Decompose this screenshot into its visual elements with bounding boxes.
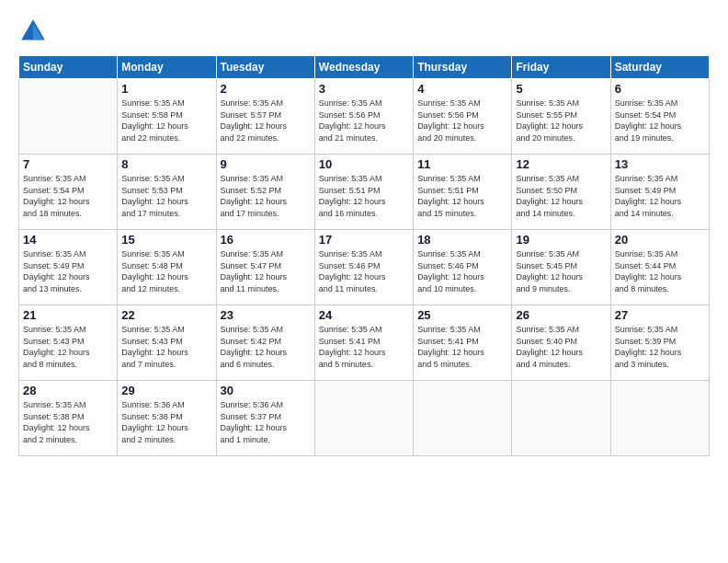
day-info: Sunrise: 5:36 AM Sunset: 5:37 PM Dayligh… [221,399,311,445]
day-number: 2 [221,82,311,96]
calendar-header-row: SundayMondayTuesdayWednesdayThursdayFrid… [19,56,710,79]
day-info: Sunrise: 5:35 AM Sunset: 5:54 PM Dayligh… [23,173,113,219]
day-info: Sunrise: 5:35 AM Sunset: 5:43 PM Dayligh… [121,324,211,370]
week-row-4: 28Sunrise: 5:35 AM Sunset: 5:38 PM Dayli… [19,381,710,456]
day-number: 11 [417,157,507,171]
col-header-wednesday: Wednesday [314,56,413,79]
calendar-cell [314,381,413,456]
calendar-cell: 26Sunrise: 5:35 AM Sunset: 5:40 PM Dayli… [512,305,610,381]
calendar-cell: 21Sunrise: 5:35 AM Sunset: 5:43 PM Dayli… [19,305,118,381]
day-info: Sunrise: 5:35 AM Sunset: 5:46 PM Dayligh… [417,248,507,294]
day-info: Sunrise: 5:35 AM Sunset: 5:53 PM Dayligh… [121,173,211,219]
col-header-sunday: Sunday [19,56,118,79]
day-info: Sunrise: 5:36 AM Sunset: 5:38 PM Dayligh… [121,399,211,445]
day-info: Sunrise: 5:35 AM Sunset: 5:52 PM Dayligh… [221,173,311,219]
logo-icon [18,17,48,46]
calendar-cell: 23Sunrise: 5:35 AM Sunset: 5:42 PM Dayli… [216,305,314,381]
calendar-cell: 30Sunrise: 5:36 AM Sunset: 5:37 PM Dayli… [216,381,314,456]
calendar-cell [512,381,610,456]
day-info: Sunrise: 5:35 AM Sunset: 5:49 PM Dayligh… [23,248,113,294]
calendar-cell: 28Sunrise: 5:35 AM Sunset: 5:38 PM Dayli… [19,381,118,456]
day-number: 29 [121,384,211,397]
calendar-cell: 9Sunrise: 5:35 AM Sunset: 5:52 PM Daylig… [216,155,314,230]
col-header-saturday: Saturday [610,56,709,79]
calendar-cell: 29Sunrise: 5:36 AM Sunset: 5:38 PM Dayli… [118,381,216,456]
day-number: 1 [121,82,211,96]
day-number: 21 [23,308,113,322]
day-info: Sunrise: 5:35 AM Sunset: 5:55 PM Dayligh… [516,98,606,144]
calendar-cell: 20Sunrise: 5:35 AM Sunset: 5:44 PM Dayli… [610,230,709,305]
day-info: Sunrise: 5:35 AM Sunset: 5:38 PM Dayligh… [23,399,113,445]
logo [18,17,51,46]
day-info: Sunrise: 5:35 AM Sunset: 5:56 PM Dayligh… [319,98,409,144]
day-number: 23 [221,308,311,322]
day-info: Sunrise: 5:35 AM Sunset: 5:50 PM Dayligh… [516,173,606,219]
day-number: 22 [121,308,211,322]
day-number: 28 [23,384,113,397]
day-number: 8 [121,157,211,171]
day-info: Sunrise: 5:35 AM Sunset: 5:47 PM Dayligh… [221,248,311,294]
calendar-cell: 25Sunrise: 5:35 AM Sunset: 5:41 PM Dayli… [414,305,512,381]
day-info: Sunrise: 5:35 AM Sunset: 5:49 PM Dayligh… [615,173,705,219]
day-info: Sunrise: 5:35 AM Sunset: 5:48 PM Dayligh… [121,248,211,294]
calendar-cell: 6Sunrise: 5:35 AM Sunset: 5:54 PM Daylig… [610,79,709,155]
calendar-cell: 2Sunrise: 5:35 AM Sunset: 5:57 PM Daylig… [216,79,314,155]
day-number: 9 [221,157,311,171]
day-info: Sunrise: 5:35 AM Sunset: 5:57 PM Dayligh… [221,98,311,144]
day-number: 5 [516,82,606,96]
week-row-0: 1Sunrise: 5:35 AM Sunset: 5:58 PM Daylig… [19,79,710,155]
day-info: Sunrise: 5:35 AM Sunset: 5:45 PM Dayligh… [516,248,606,294]
calendar-cell: 14Sunrise: 5:35 AM Sunset: 5:49 PM Dayli… [19,230,118,305]
day-number: 19 [516,233,606,247]
calendar-cell: 12Sunrise: 5:35 AM Sunset: 5:50 PM Dayli… [512,155,610,230]
calendar-cell: 10Sunrise: 5:35 AM Sunset: 5:51 PM Dayli… [314,155,413,230]
day-number: 30 [221,384,311,397]
calendar-cell: 11Sunrise: 5:35 AM Sunset: 5:51 PM Dayli… [414,155,512,230]
col-header-friday: Friday [512,56,610,79]
day-number: 27 [615,308,705,322]
calendar-cell: 13Sunrise: 5:35 AM Sunset: 5:49 PM Dayli… [610,155,709,230]
week-row-2: 14Sunrise: 5:35 AM Sunset: 5:49 PM Dayli… [19,230,710,305]
day-info: Sunrise: 5:35 AM Sunset: 5:58 PM Dayligh… [121,98,211,144]
week-row-3: 21Sunrise: 5:35 AM Sunset: 5:43 PM Dayli… [19,305,710,381]
day-number: 13 [615,157,705,171]
col-header-tuesday: Tuesday [216,56,314,79]
day-info: Sunrise: 5:35 AM Sunset: 5:56 PM Dayligh… [417,98,507,144]
day-info: Sunrise: 5:35 AM Sunset: 5:41 PM Dayligh… [319,324,409,370]
page: SundayMondayTuesdayWednesdayThursdayFrid… [0,0,728,563]
day-number: 10 [319,157,409,171]
day-number: 7 [23,157,113,171]
day-info: Sunrise: 5:35 AM Sunset: 5:44 PM Dayligh… [615,248,705,294]
day-number: 14 [23,233,113,247]
col-header-monday: Monday [118,56,216,79]
day-number: 12 [516,157,606,171]
day-info: Sunrise: 5:35 AM Sunset: 5:43 PM Dayligh… [23,324,113,370]
calendar: SundayMondayTuesdayWednesdayThursdayFrid… [18,55,710,456]
day-number: 3 [319,82,409,96]
day-info: Sunrise: 5:35 AM Sunset: 5:54 PM Dayligh… [615,98,705,144]
day-number: 18 [417,233,507,247]
calendar-cell: 18Sunrise: 5:35 AM Sunset: 5:46 PM Dayli… [414,230,512,305]
calendar-cell: 22Sunrise: 5:35 AM Sunset: 5:43 PM Dayli… [118,305,216,381]
day-info: Sunrise: 5:35 AM Sunset: 5:39 PM Dayligh… [615,324,705,370]
calendar-cell: 16Sunrise: 5:35 AM Sunset: 5:47 PM Dayli… [216,230,314,305]
calendar-cell: 8Sunrise: 5:35 AM Sunset: 5:53 PM Daylig… [118,155,216,230]
day-info: Sunrise: 5:35 AM Sunset: 5:42 PM Dayligh… [221,324,311,370]
col-header-thursday: Thursday [414,56,512,79]
calendar-cell: 19Sunrise: 5:35 AM Sunset: 5:45 PM Dayli… [512,230,610,305]
calendar-cell: 27Sunrise: 5:35 AM Sunset: 5:39 PM Dayli… [610,305,709,381]
calendar-cell: 5Sunrise: 5:35 AM Sunset: 5:55 PM Daylig… [512,79,610,155]
week-row-1: 7Sunrise: 5:35 AM Sunset: 5:54 PM Daylig… [19,155,710,230]
calendar-cell [414,381,512,456]
day-info: Sunrise: 5:35 AM Sunset: 5:51 PM Dayligh… [319,173,409,219]
day-info: Sunrise: 5:35 AM Sunset: 5:41 PM Dayligh… [417,324,507,370]
calendar-cell: 7Sunrise: 5:35 AM Sunset: 5:54 PM Daylig… [19,155,118,230]
calendar-cell: 4Sunrise: 5:35 AM Sunset: 5:56 PM Daylig… [414,79,512,155]
day-number: 6 [615,82,705,96]
calendar-cell: 3Sunrise: 5:35 AM Sunset: 5:56 PM Daylig… [314,79,413,155]
calendar-cell: 15Sunrise: 5:35 AM Sunset: 5:48 PM Dayli… [118,230,216,305]
day-number: 16 [221,233,311,247]
calendar-cell [19,79,118,155]
calendar-cell: 1Sunrise: 5:35 AM Sunset: 5:58 PM Daylig… [118,79,216,155]
calendar-cell [610,381,709,456]
